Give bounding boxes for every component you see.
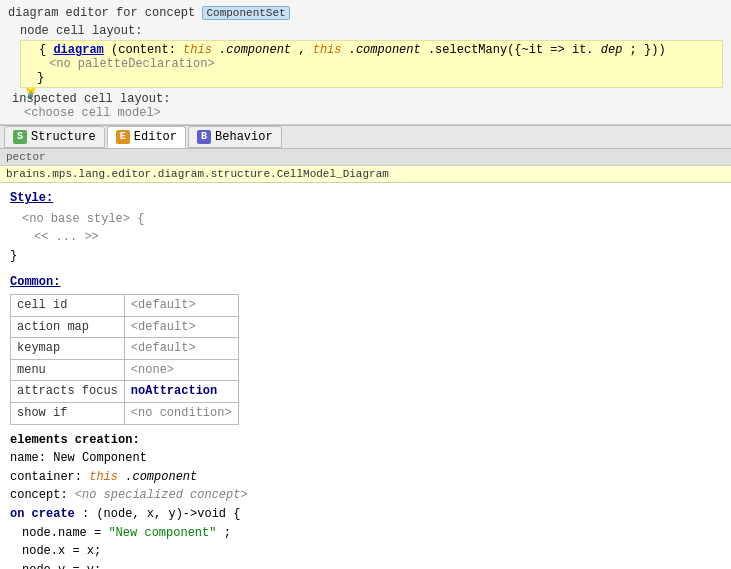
this-keyword-1: this	[183, 43, 212, 57]
tab-badge-b: B	[197, 130, 211, 144]
no-palette-decl: <no paletteDeclaration>	[49, 57, 215, 71]
elements-bold-text: elements creation:	[10, 433, 140, 447]
tab-structure-label: Structure	[31, 130, 96, 144]
elements-title: elements creation:	[10, 431, 721, 450]
content-label: (content:	[111, 43, 183, 57]
component-ref-2: .component	[349, 43, 421, 57]
code-line1: { diagram (content: this .component , th…	[39, 43, 666, 57]
tabs-bar: S Structure E Editor B Behavior	[0, 125, 731, 149]
inspector-label: pector	[0, 149, 731, 166]
semicolon1: ;	[224, 526, 231, 540]
main-content: Style: <no base style> { << ... >> } Com…	[0, 183, 731, 569]
diagram-keyword: diagram	[53, 43, 103, 57]
table-cell-key: attracts focus	[11, 381, 125, 403]
new-component-string: "New component"	[108, 526, 216, 540]
common-table: cell id <default> action map <default> k…	[10, 294, 239, 425]
tab-behavior[interactable]: B Behavior	[188, 126, 282, 148]
table-row: show if <no condition>	[11, 402, 239, 424]
on-create-rest: : (node, x, y)->void {	[82, 507, 240, 521]
name-value: New Component	[53, 451, 147, 465]
table-cell-key: keymap	[11, 338, 125, 360]
table-cell-key: show if	[11, 402, 125, 424]
tab-editor[interactable]: E Editor	[107, 126, 186, 148]
no-base-style: <no base style> {	[22, 210, 721, 229]
this-keyword-2: this	[313, 43, 342, 57]
diagram-title: diagram editor for concept ComponentSet	[8, 6, 723, 20]
component-ref-1: .component	[219, 43, 291, 57]
container-component: .component	[125, 470, 197, 484]
create-line2: node.x = x;	[22, 542, 721, 561]
create-line3: node.y = y;	[22, 561, 721, 569]
container-this: this	[89, 470, 118, 484]
diagram-title-text: diagram editor for concept	[8, 6, 195, 20]
concept-value: <no specialized concept>	[75, 488, 248, 502]
on-create-line: on create : (node, x, y)->void {	[10, 505, 721, 524]
node-cell-layout-label: node cell layout:	[20, 24, 723, 38]
table-cell-value-attracts: noAttraction	[124, 381, 238, 403]
comma-space: ,	[298, 43, 312, 57]
node-name-assign: node.name =	[22, 526, 108, 540]
table-cell-value: <default>	[124, 338, 238, 360]
elements-creation-section: elements creation: name: New Component c…	[10, 431, 721, 569]
common-title: Common:	[10, 273, 721, 292]
create-line1: node.name = "New component" ;	[22, 524, 721, 543]
table-cell-value: <default>	[124, 316, 238, 338]
top-section: diagram editor for concept ComponentSet …	[0, 0, 731, 125]
choose-cell-model: <choose cell model>	[24, 106, 161, 120]
tab-badge-s: S	[13, 130, 27, 144]
select-many: .selectMany({~it => it.	[428, 43, 594, 57]
elements-container-line: container: this .component	[10, 468, 721, 487]
table-row: menu <none>	[11, 359, 239, 381]
elements-name-line: name: New Component	[10, 449, 721, 468]
tab-behavior-label: Behavior	[215, 130, 273, 144]
style-dots: << ... >>	[34, 228, 721, 247]
close-brace-1: }	[37, 71, 44, 85]
table-cell-key: action map	[11, 316, 125, 338]
elements-concept-line: concept: <no specialized concept>	[10, 486, 721, 505]
concept-label: concept:	[10, 488, 75, 502]
table-cell-value: <no condition>	[124, 402, 238, 424]
close-lambda: ; }))	[630, 43, 666, 57]
on-create-kw: on create	[10, 507, 75, 521]
table-row: keymap <default>	[11, 338, 239, 360]
code-area: 💡 { diagram (content: this .component , …	[20, 40, 723, 88]
table-row: action map <default>	[11, 316, 239, 338]
open-brace: {	[39, 43, 53, 57]
code-highlighted-area: { diagram (content: this .component , th…	[20, 40, 723, 88]
table-cell-key: menu	[11, 359, 125, 381]
common-section: Common: cell id <default> action map <de…	[10, 273, 721, 424]
style-close-brace: }	[10, 247, 721, 266]
table-cell-value: <default>	[124, 294, 238, 316]
table-cell-key: cell id	[11, 294, 125, 316]
container-label: container:	[10, 470, 89, 484]
dep-ref: dep	[601, 43, 623, 57]
name-label: name:	[10, 451, 53, 465]
node-x-assign: node.x = x;	[22, 544, 101, 558]
node-y-assign: node.y = y;	[22, 563, 101, 569]
table-cell-value: <none>	[124, 359, 238, 381]
table-row: attracts focus noAttraction	[11, 381, 239, 403]
style-section: Style: <no base style> { << ... >> }	[10, 189, 721, 265]
path-bar: brains.mps.lang.editor.diagram.structure…	[0, 166, 731, 183]
component-badge: ComponentSet	[202, 6, 289, 20]
tab-badge-e: E	[116, 130, 130, 144]
tab-editor-label: Editor	[134, 130, 177, 144]
tab-structure[interactable]: S Structure	[4, 126, 105, 148]
style-title: Style:	[10, 189, 721, 208]
common-table-body: cell id <default> action map <default> k…	[11, 294, 239, 424]
table-row: cell id <default>	[11, 294, 239, 316]
inspected-cell-layout: inspected cell layout: <choose cell mode…	[12, 92, 723, 120]
